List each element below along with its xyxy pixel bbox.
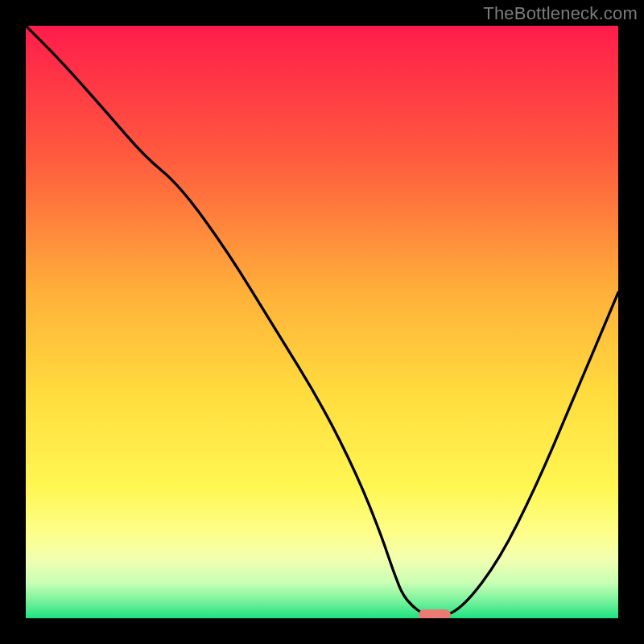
curve-layer	[26, 26, 618, 618]
plot-area	[26, 26, 618, 618]
optimal-marker	[419, 609, 451, 618]
chart-frame: TheBottleneck.com	[0, 0, 644, 644]
bottleneck-curve	[26, 26, 618, 618]
watermark-text: TheBottleneck.com	[483, 3, 638, 24]
